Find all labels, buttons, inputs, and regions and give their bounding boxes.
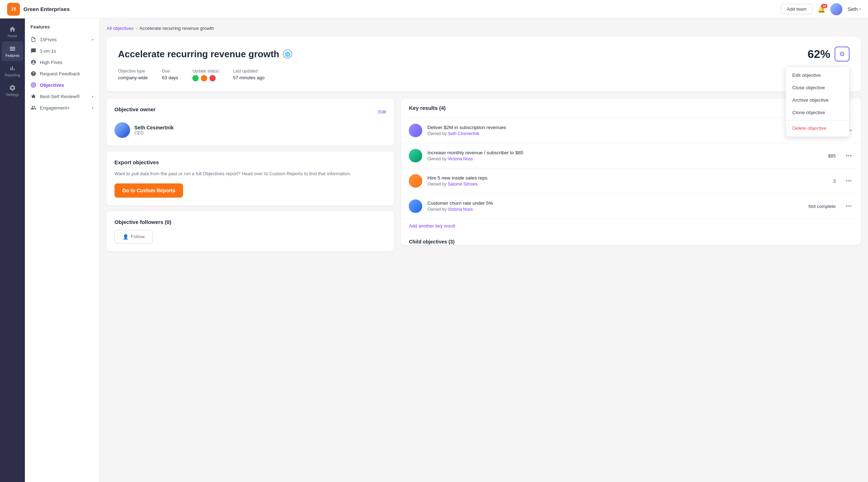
status-dot-red [209,75,216,81]
15fives-icon [31,37,36,42]
sidebar-item-15fives[interactable]: 15Fives ▾ [25,34,99,45]
kr-info-4: Customer churn rate under 5% Owned by Vi… [427,200,803,212]
key-results-title: Key results (4) [409,105,445,111]
export-panel-title: Export objectives [114,159,386,165]
1on1s-icon [31,48,36,54]
owner-name: Seth Cesmertnik [134,125,173,130]
export-panel: Export objectives Want to pull data from… [107,151,394,205]
status-dot-orange [201,75,207,81]
archive-objective-item[interactable]: Archive objective [786,94,849,106]
kr-owner-4: Owned by Victoria Noss [427,207,803,212]
sidebar-item-highfives[interactable]: High Fives [25,57,99,68]
home-label: Home [8,34,17,38]
delete-objective-item[interactable]: Delete objective [786,122,849,134]
chevron-bestself-icon: ▾ [92,95,93,98]
notifications-button[interactable]: 🔔 10 [818,5,825,13]
objectives-icon [31,82,36,88]
follow-button[interactable]: 👤 Follow [114,230,153,243]
kr-avatar-1 [409,124,422,137]
sidebar-item-settings[interactable]: Settings [2,81,23,100]
kr-more-button-3[interactable]: ••• [844,176,853,186]
two-column-layout: Objective owner Edit Seth Cesmertnik CEO [107,98,861,251]
followers-panel-title: Objective followers (0) [114,219,386,225]
kr-value-4: Not complete [809,204,836,209]
kr-value-3: 3 [833,178,836,184]
objective-header: Accelerate recurring revenue growth 🌐 62… [118,47,850,61]
kr-avatar-4 [409,199,422,213]
sidebar: Features 15Fives ▾ 1-on-1s High Fives Re… [25,18,100,482]
kr-name-3: Hire 5 new inside sales reps [427,175,828,181]
objective-percent: 62% [808,48,830,61]
topnav-left: 15 Green Enterprises [7,3,70,16]
objective-meta: Objective type company-wide Due 63 days … [118,69,850,81]
chevron-down-icon: ▾ [859,7,861,11]
add-key-result-link[interactable]: Add another key result [401,219,861,233]
child-objectives-title: Child objectives (3) [409,239,454,245]
child-objectives-section: Child objectives (3) [401,233,861,245]
export-panel-desc: Want to pull data from the past or run a… [114,170,386,178]
kr-value-2: $85 [828,153,836,159]
sidebar-item-home[interactable]: Home [2,22,23,42]
sidebar-item-features[interactable]: Features [2,42,23,61]
company-name: Green Enterprises [23,6,70,12]
status-dots [192,75,219,81]
sidebar-item-reporting[interactable]: Reporting [2,61,23,81]
kr-info-3: Hire 5 new inside sales reps Owned by Sa… [427,175,828,187]
objective-title: Accelerate recurring revenue growth 🌐 [118,49,292,60]
kr-name-1: Deliver $2M in subscription revenues [427,125,839,130]
status-dot-green [192,75,199,81]
chevron-right-icon: ▾ [92,38,93,42]
main-content: All objectives › Accelerate recurring re… [100,18,868,482]
meta-last-updated: Last updated 57 minutes ago [233,69,264,80]
sidebar-item-requestfeedback[interactable]: Request Feedback [25,68,99,79]
chevron-engagement-icon: ▾ [92,106,93,110]
go-to-custom-reports-button[interactable]: Go to Custom Reports [114,183,183,198]
clone-objective-item[interactable]: Clone objective [786,106,849,119]
main-layout: Home Features Reporting Settings Feature… [0,18,868,482]
features-icon [9,45,16,52]
kr-name-4: Customer churn rate under 5% [427,200,803,206]
features-label: Features [5,54,19,58]
requestfeedback-icon [31,71,36,76]
follow-icon: 👤 [123,234,129,240]
owner-panel: Objective owner Edit Seth Cesmertnik CEO [107,98,394,146]
kr-item-2: Increase monthly revenue / subscriber to… [401,143,861,168]
bestself-icon [31,93,36,99]
objective-header-card: Accelerate recurring revenue growth 🌐 62… [107,37,861,91]
engagement-icon [31,105,36,111]
sidebar-title: Features [25,24,99,34]
kr-avatar-3 [409,174,422,188]
breadcrumb-link[interactable]: All objectives [107,26,134,31]
kr-more-button-2[interactable]: ••• [844,151,853,160]
meta-status: Update status [192,69,219,81]
kr-owner-2: Owned by Victoria Noss [427,156,823,161]
gear-icon [9,84,16,91]
kr-more-button-4[interactable]: ••• [844,202,853,211]
highfives-icon [31,59,36,65]
topnav-right: Add team 🔔 10 Seth ▾ [781,3,861,15]
kr-info-2: Increase monthly revenue / subscriber to… [427,150,823,161]
kr-owner-1: Owned by Seth Cesmertnik [427,131,839,136]
sidebar-item-engagement[interactable]: Engagement+ ▾ [25,102,99,113]
reporting-label: Reporting [5,73,20,77]
home-icon [9,26,16,33]
sidebar-item-1on1s[interactable]: 1-on-1s [25,45,99,57]
owner-info: Seth Cesmertnik CEO [134,125,173,135]
owner-row: Seth Cesmertnik CEO [114,122,386,138]
owner-edit-link[interactable]: Edit [378,109,386,114]
owner-role: CEO [134,130,173,135]
edit-objective-item[interactable]: Edit objective [786,69,849,81]
owner-avatar [114,122,130,138]
user-name-dropdown[interactable]: Seth ▾ [847,6,861,12]
left-column: Objective owner Edit Seth Cesmertnik CEO [107,98,394,251]
close-objective-item[interactable]: Close objective [786,81,849,94]
owner-panel-title: Objective owner [114,106,156,112]
sidebar-item-objectives[interactable]: Objectives [25,79,99,91]
kr-owner-3: Owned by Salome Simoes [427,182,828,187]
app-logo: 15 [7,3,20,16]
avatar [830,3,842,15]
add-team-button[interactable]: Add team [781,4,813,14]
objective-settings-button[interactable]: ⚙ [835,47,850,61]
sidebar-item-bestself[interactable]: Best-Self Review® ▾ [25,91,99,102]
objective-globe-icon: 🌐 [283,49,292,59]
